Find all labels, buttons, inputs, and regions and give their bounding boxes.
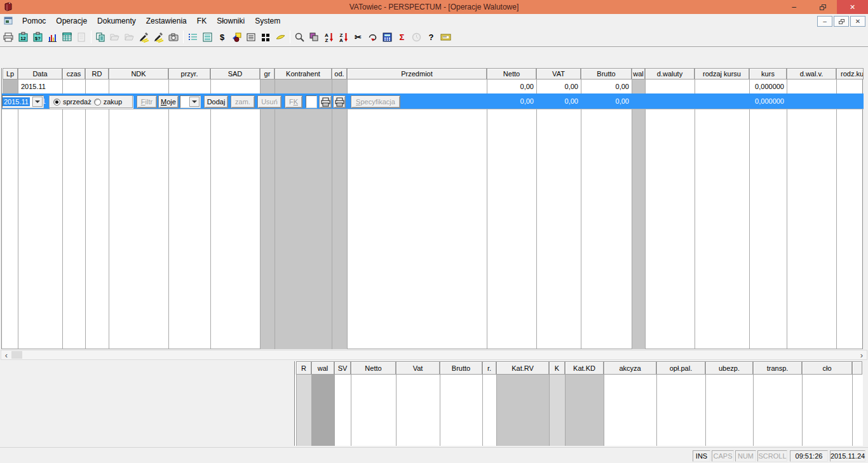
menu-system[interactable]: System <box>250 15 285 27</box>
list-icon[interactable] <box>186 29 200 45</box>
bcol-brutto[interactable]: Brutto <box>440 361 482 375</box>
minimize-button[interactable]: – <box>780 0 808 14</box>
mdi-restore-button[interactable] <box>834 16 849 27</box>
print-row-button[interactable] <box>319 95 332 108</box>
chevron-down-icon[interactable] <box>189 97 200 107</box>
calendar-12-icon[interactable]: 12 <box>16 29 31 45</box>
moje-button[interactable]: Moje <box>158 95 179 108</box>
bcol-wal[interactable]: wal <box>311 361 334 375</box>
highlighter-icon[interactable] <box>273 29 288 45</box>
help-icon[interactable]: ? <box>424 29 438 45</box>
sort-za-icon[interactable]: ZA <box>336 29 351 45</box>
menu-pomoc[interactable]: Pomoc <box>17 15 51 27</box>
radio-zakup[interactable] <box>94 99 101 106</box>
bcol-ubezp[interactable]: ubezp. <box>705 361 753 375</box>
radio-sprzedaz[interactable] <box>53 99 60 106</box>
restore-button[interactable] <box>808 0 837 14</box>
menu-operacje[interactable]: Operacje <box>51 15 92 27</box>
open-folder-icon[interactable] <box>108 29 123 45</box>
period-combobox[interactable]: 2015.11 <box>2 95 44 108</box>
col-header-brutto[interactable]: Brutto <box>581 68 632 79</box>
col-header-od[interactable]: od. <box>332 68 347 79</box>
col-header-przedmiot[interactable]: Przedmiot <box>347 68 487 79</box>
col-header-ndk[interactable]: NDK <box>109 68 168 79</box>
col-header-wal[interactable]: wal <box>632 68 645 79</box>
col-header-rodzku[interactable]: rodz.ku <box>836 68 864 79</box>
scroll-right-button[interactable]: › <box>857 350 867 359</box>
shapes-icon[interactable] <box>229 29 244 45</box>
print-icon[interactable] <box>1 29 16 45</box>
transaction-type-group: sprzedaż zakup <box>49 95 133 108</box>
calendar-dollar-icon[interactable]: $? <box>31 29 45 45</box>
scroll-left-button[interactable]: ‹ <box>1 350 11 359</box>
bcol-netto[interactable]: Netto <box>351 361 396 375</box>
specyfikacja-button[interactable]: Specyfikacja <box>351 95 400 108</box>
bar-chart-icon[interactable] <box>45 29 60 45</box>
col-header-przyr[interactable]: przyr. <box>168 68 210 79</box>
secondary-combobox[interactable] <box>180 95 201 108</box>
col-header-vat[interactable]: VAT <box>536 68 581 79</box>
cut-icon[interactable]: ✂ <box>351 29 365 45</box>
col-header-rd[interactable]: RD <box>85 68 109 79</box>
layers-icon[interactable] <box>307 29 322 45</box>
status-bar: INS CAPS NUM SCROLL 09:51:26 2015.11.24 <box>0 447 868 463</box>
search-icon[interactable] <box>292 29 307 45</box>
scroll-thumb[interactable] <box>11 351 22 359</box>
bcol-akcyza[interactable]: akcyza <box>604 361 656 375</box>
document-lines-icon[interactable] <box>244 29 259 45</box>
sign-alt-icon[interactable] <box>152 29 166 45</box>
bcol-sv[interactable]: SV <box>334 361 351 375</box>
sum-icon[interactable]: Σ <box>395 29 409 45</box>
text-document-icon[interactable] <box>200 29 215 45</box>
copy-icon[interactable] <box>93 29 108 45</box>
bcol-r2[interactable]: r. <box>482 361 496 375</box>
sign-icon[interactable] <box>137 29 152 45</box>
dollar-icon[interactable]: $ <box>215 29 229 45</box>
clock-icon[interactable] <box>409 29 424 45</box>
bcol-vat[interactable]: Vat <box>396 361 440 375</box>
bcol-clo[interactable]: cło <box>802 361 852 375</box>
col-header-gr[interactable]: gr <box>260 68 275 79</box>
col-header-dwaluty[interactable]: d.waluty <box>645 68 695 79</box>
col-header-czas[interactable]: czas <box>62 68 85 79</box>
zam-button[interactable]: zam. <box>231 95 255 108</box>
print-alt-button[interactable] <box>333 95 346 108</box>
camera-icon[interactable] <box>166 29 181 45</box>
usun-button[interactable]: Usuń <box>257 95 281 108</box>
filtr-button[interactable]: Filtr <box>137 95 157 108</box>
col-header-data[interactable]: Data <box>18 68 62 79</box>
mail-icon[interactable] <box>438 29 453 45</box>
bcol-oplpal[interactable]: opł.pal. <box>656 361 705 375</box>
col-header-lp[interactable]: Lp <box>3 68 18 79</box>
bcol-katkd[interactable]: Kat.KD <box>565 361 604 375</box>
small-text-field[interactable] <box>306 95 317 108</box>
col-header-netto[interactable]: Netto <box>487 68 536 79</box>
menu-fk[interactable]: FK <box>192 15 212 27</box>
fk-button[interactable]: FK <box>285 95 302 108</box>
col-header-kurs[interactable]: kurs <box>749 68 787 79</box>
document-icon[interactable] <box>74 29 89 45</box>
sort-az-icon[interactable]: AZ <box>322 29 336 45</box>
spreadsheet-icon[interactable] <box>60 29 74 45</box>
menu-slowniki[interactable]: Słowniki <box>212 15 250 27</box>
col-header-rodzaj-kursu[interactable]: rodzaj kursu <box>695 68 749 79</box>
horizontal-scrollbar[interactable]: ‹ › <box>1 350 867 360</box>
close-button[interactable]: ✕ <box>837 0 868 14</box>
chevron-down-icon[interactable] <box>32 97 43 107</box>
calculator-icon[interactable] <box>380 29 395 45</box>
bcol-transp[interactable]: transp. <box>753 361 802 375</box>
open-folder-alt-icon[interactable] <box>123 29 137 45</box>
menu-dokumenty[interactable]: Dokumenty <box>92 15 141 27</box>
mdi-close-button[interactable]: ✕ <box>850 16 865 27</box>
mdi-minimize-button[interactable]: – <box>817 16 832 27</box>
tiles-icon[interactable] <box>259 29 273 45</box>
dodaj-button[interactable]: Dodaj <box>204 95 228 108</box>
bcol-katrv[interactable]: Kat.RV <box>496 361 549 375</box>
menu-zestawienia[interactable]: Zestawienia <box>141 15 192 27</box>
col-header-kontrahent[interactable]: Kontrahent <box>275 68 332 79</box>
col-header-dwalv[interactable]: d.wal.v. <box>787 68 836 79</box>
bcol-r[interactable]: R <box>296 361 311 375</box>
col-header-sad[interactable]: SAD <box>210 68 260 79</box>
bcol-k[interactable]: K <box>549 361 565 375</box>
undo-loop-icon[interactable] <box>365 29 380 45</box>
